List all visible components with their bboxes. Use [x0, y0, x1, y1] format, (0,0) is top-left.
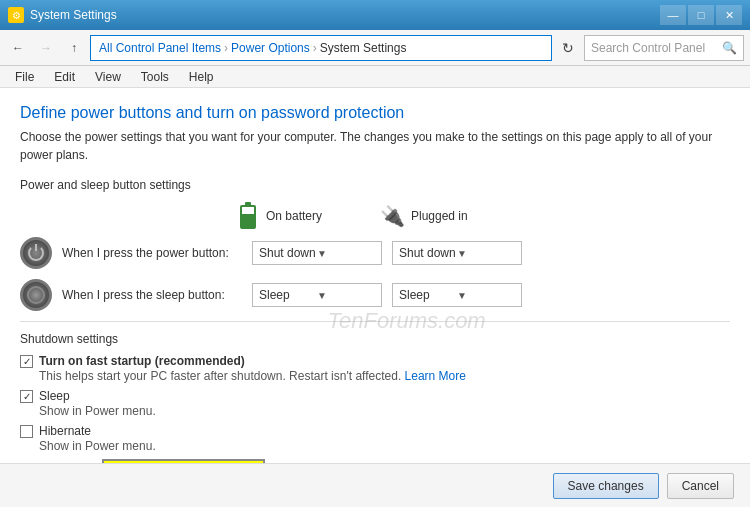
- hibernate-checkbox[interactable]: [20, 425, 33, 438]
- page-description: Choose the power settings that you want …: [20, 128, 730, 164]
- power-button-row: When I press the power button: Shut down…: [20, 237, 730, 269]
- power-battery-dropdown[interactable]: Shut down ▼: [252, 241, 382, 265]
- breadcrumb-power-options[interactable]: Power Options: [231, 41, 310, 55]
- sleep-plugged-dropdown[interactable]: Sleep ▼: [392, 283, 522, 307]
- power-button-label: When I press the power button:: [62, 246, 252, 260]
- shutdown-section-title: Shutdown settings: [20, 332, 730, 346]
- section-divider: [20, 321, 730, 322]
- forward-button[interactable]: →: [34, 36, 58, 60]
- address-bar: ← → ↑ All Control Panel Items › Power Op…: [0, 30, 750, 66]
- main-content: Define power buttons and turn on passwor…: [0, 88, 750, 463]
- power-battery-value: Shut down: [259, 246, 317, 260]
- sleep-dropdowns: Sleep ▼ Sleep ▼: [252, 283, 522, 307]
- search-box[interactable]: Search Control Panel 🔍: [584, 35, 744, 61]
- sleep-label: Sleep: [39, 389, 70, 403]
- bottom-bar: Save changes Cancel: [0, 463, 750, 507]
- window-controls: — □ ✕: [660, 5, 742, 25]
- breadcrumb-control-panel[interactable]: All Control Panel Items: [99, 41, 221, 55]
- plugged-in-header: 🔌 Plugged in: [380, 202, 510, 229]
- fast-startup-label: Turn on fast startup (recommended): [39, 354, 245, 368]
- checkbox-fast-startup: Turn on fast startup (recommended) This …: [20, 354, 730, 383]
- power-sleep-section-label: Power and sleep button settings: [20, 178, 730, 192]
- minimize-button[interactable]: —: [660, 5, 686, 25]
- on-battery-label: On battery: [266, 209, 322, 223]
- search-icon: 🔍: [722, 41, 737, 55]
- checkbox-hibernate: Hibernate Show in Power menu.: [20, 424, 730, 453]
- menu-view[interactable]: View: [86, 67, 130, 87]
- window-title: System Settings: [30, 8, 660, 22]
- sleep-checkbox[interactable]: [20, 390, 33, 403]
- power-battery-arrow: ▼: [317, 248, 375, 259]
- address-path[interactable]: All Control Panel Items › Power Options …: [90, 35, 552, 61]
- menu-bar: File Edit View Tools Help: [0, 66, 750, 88]
- cancel-button[interactable]: Cancel: [667, 473, 734, 499]
- menu-edit[interactable]: Edit: [45, 67, 84, 87]
- up-button[interactable]: ↑: [62, 36, 86, 60]
- title-bar: ⚙ System Settings — □ ✕: [0, 0, 750, 30]
- on-battery-header: On battery: [240, 202, 370, 229]
- app-icon: ⚙: [8, 7, 24, 23]
- refresh-button[interactable]: ↻: [556, 36, 580, 60]
- column-headers: On battery 🔌 Plugged in: [240, 202, 730, 229]
- callout-box: Check or Uncheck: [102, 459, 265, 463]
- sleep-button-icon: [20, 279, 52, 311]
- search-placeholder: Search Control Panel: [591, 41, 705, 55]
- power-plugged-arrow: ▼: [457, 248, 515, 259]
- sleep-plugged-value: Sleep: [399, 288, 457, 302]
- hibernate-label: Hibernate: [39, 424, 91, 438]
- power-button-icon: [20, 237, 52, 269]
- power-dropdowns: Shut down ▼ Shut down ▼: [252, 241, 522, 265]
- fast-startup-checkbox[interactable]: [20, 355, 33, 368]
- power-plugged-value: Shut down: [399, 246, 457, 260]
- close-button[interactable]: ✕: [716, 5, 742, 25]
- sleep-battery-dropdown[interactable]: Sleep ▼: [252, 283, 382, 307]
- sleep-battery-arrow: ▼: [317, 290, 375, 301]
- sleep-plugged-arrow: ▼: [457, 290, 515, 301]
- back-button[interactable]: ←: [6, 36, 30, 60]
- learn-more-link[interactable]: Learn More: [405, 369, 466, 383]
- page-title: Define power buttons and turn on passwor…: [20, 104, 730, 122]
- maximize-button[interactable]: □: [688, 5, 714, 25]
- sleep-battery-value: Sleep: [259, 288, 317, 302]
- save-button[interactable]: Save changes: [553, 473, 659, 499]
- sleep-button-label: When I press the sleep button:: [62, 288, 252, 302]
- menu-tools[interactable]: Tools: [132, 67, 178, 87]
- power-plugged-dropdown[interactable]: Shut down ▼: [392, 241, 522, 265]
- callout-container: Check or Uncheck: [86, 459, 264, 463]
- checkbox-lock: Lock Check or Uncheck Show in account pi…: [20, 459, 730, 463]
- fast-startup-sublabel: This helps start your PC faster after sh…: [39, 369, 730, 383]
- menu-file[interactable]: File: [6, 67, 43, 87]
- sleep-button-row: When I press the sleep button: Sleep ▼ S…: [20, 279, 730, 311]
- plugged-in-label: Plugged in: [411, 209, 468, 223]
- sleep-sublabel: Show in Power menu.: [39, 404, 730, 418]
- hibernate-sublabel: Show in Power menu.: [39, 439, 730, 453]
- menu-help[interactable]: Help: [180, 67, 223, 87]
- checkbox-sleep: Sleep Show in Power menu.: [20, 389, 730, 418]
- plug-icon: 🔌: [380, 204, 405, 228]
- breadcrumb-current: System Settings: [320, 41, 407, 55]
